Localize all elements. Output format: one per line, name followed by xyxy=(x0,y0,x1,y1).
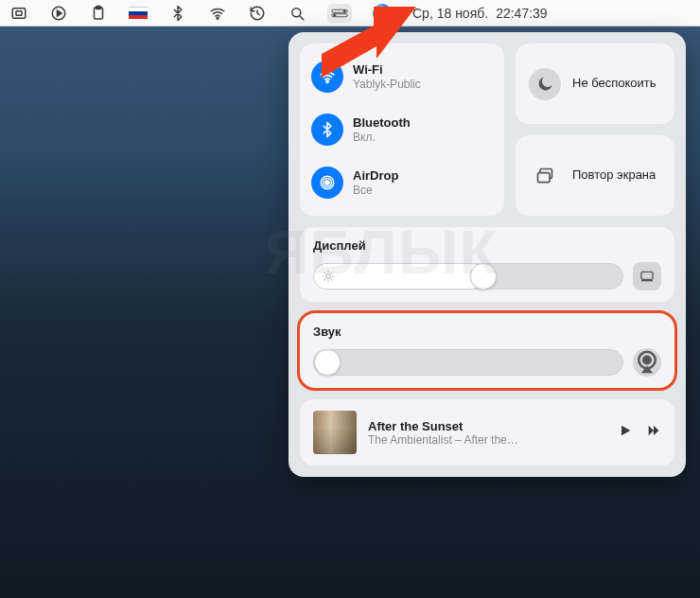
album-art xyxy=(313,411,357,454)
svg-marker-37 xyxy=(654,426,658,436)
svg-point-10 xyxy=(343,9,346,12)
track-subtitle: The Ambientalist – After the… xyxy=(368,433,606,447)
svg-line-8 xyxy=(300,16,304,20)
siri-icon[interactable] xyxy=(373,4,392,23)
svg-line-26 xyxy=(331,279,332,280)
display-tile: Дисплей xyxy=(300,227,674,302)
audio-output-button[interactable] xyxy=(633,348,661,377)
svg-point-7 xyxy=(292,8,301,16)
bluetooth-icon[interactable] xyxy=(168,4,187,23)
svg-marker-3 xyxy=(58,10,62,16)
svg-rect-19 xyxy=(538,172,551,182)
control-center-panel: Wi-Fi Yablyk-Public Bluetooth Вкл. Air xyxy=(289,32,686,477)
airdrop-icon xyxy=(311,167,343,199)
svg-point-14 xyxy=(326,80,328,82)
wifi-label: Wi-Fi xyxy=(353,62,421,77)
airdrop-label: AirDrop xyxy=(353,168,398,183)
wifi-icon xyxy=(311,61,343,93)
svg-rect-1 xyxy=(16,10,22,15)
time-label: 22:47:39 xyxy=(496,6,548,21)
control-center-icon[interactable] xyxy=(327,4,352,23)
sun-icon xyxy=(322,270,335,283)
date-label: Ср, 18 нояб. xyxy=(412,6,488,21)
screen-mirroring-icon xyxy=(529,160,561,192)
now-playing-tile[interactable]: After the Sunset The Ambientalist – Afte… xyxy=(300,399,674,466)
svg-point-6 xyxy=(217,17,219,19)
wifi-toggle[interactable]: Wi-Fi Yablyk-Public xyxy=(311,53,493,100)
svg-line-28 xyxy=(331,273,332,273)
bluetooth-icon xyxy=(311,114,343,146)
svg-rect-5 xyxy=(96,6,101,9)
dnd-toggle[interactable]: Не беспокоить xyxy=(516,44,674,124)
time-machine-icon[interactable] xyxy=(248,4,267,23)
screen-recording-icon[interactable] xyxy=(49,4,68,23)
bluetooth-label: Bluetooth xyxy=(353,115,411,130)
svg-line-27 xyxy=(324,279,325,280)
brightness-slider[interactable] xyxy=(313,263,623,290)
svg-rect-0 xyxy=(12,8,26,18)
sound-label: Звук xyxy=(313,325,661,339)
bluetooth-status: Вкл. xyxy=(353,131,411,144)
wifi-icon[interactable] xyxy=(208,4,227,23)
airdrop-status: Все xyxy=(353,184,398,197)
keyboard-viewer-icon[interactable] xyxy=(9,4,28,23)
svg-point-12 xyxy=(333,13,336,16)
input-source-flag[interactable] xyxy=(129,4,148,23)
menubar-clock[interactable]: Ср, 18 нояб. 22:47:39 xyxy=(412,6,548,21)
svg-rect-29 xyxy=(641,272,653,279)
spotlight-icon[interactable] xyxy=(288,4,306,23)
display-output-button[interactable] xyxy=(633,262,661,290)
screen-mirroring-label: Повтор экрана xyxy=(572,168,656,183)
moon-icon xyxy=(529,68,561,100)
clipboard-icon[interactable] xyxy=(89,4,108,23)
screen-mirroring-button[interactable]: Повтор экрана xyxy=(516,135,674,216)
volume-slider[interactable] xyxy=(313,349,623,376)
display-label: Дисплей xyxy=(313,238,661,253)
next-button[interactable] xyxy=(646,423,661,442)
dnd-label: Не беспокоить xyxy=(572,77,656,91)
connectivity-tile: Wi-Fi Yablyk-Public Bluetooth Вкл. Air xyxy=(300,44,504,216)
svg-point-34 xyxy=(643,357,651,364)
svg-marker-36 xyxy=(649,426,654,436)
svg-point-20 xyxy=(326,274,331,279)
svg-line-25 xyxy=(324,273,325,273)
play-button[interactable] xyxy=(618,423,633,442)
menubar: Ср, 18 нояб. 22:47:39 xyxy=(0,0,700,26)
airdrop-toggle[interactable]: AirDrop Все xyxy=(311,159,493,206)
track-title: After the Sunset xyxy=(368,419,606,433)
svg-point-15 xyxy=(325,181,330,185)
wifi-status: Yablyk-Public xyxy=(353,78,421,91)
svg-marker-35 xyxy=(621,426,630,436)
bluetooth-toggle[interactable]: Bluetooth Вкл. xyxy=(311,106,493,153)
sound-tile: Звук xyxy=(300,313,674,388)
